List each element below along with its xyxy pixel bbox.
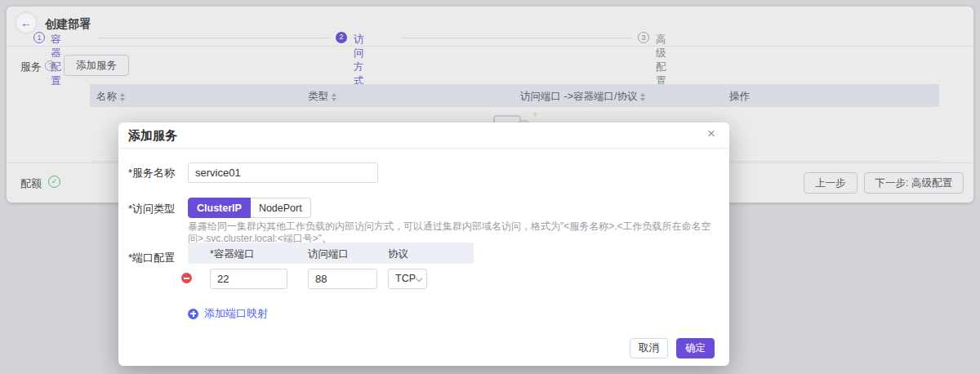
previous-step-button[interactable]: 上一步 — [804, 172, 858, 194]
plus-circle-icon — [188, 309, 198, 319]
protocol-header: 协议 — [388, 247, 408, 261]
plus-decoration-icon: + — [532, 109, 538, 120]
close-icon[interactable]: × — [703, 126, 719, 142]
access-port-header: 访问端口 — [308, 247, 349, 261]
port-config-label: *端口配置 — [128, 251, 175, 265]
column-header-type[interactable]: 类型 — [308, 90, 336, 104]
column-header-actions-label: 操作 — [729, 90, 750, 104]
column-header-ports[interactable]: 访问端口 ->容器端口/协议 — [520, 90, 645, 104]
service-name-input[interactable] — [188, 163, 378, 183]
add-port-mapping-link[interactable]: 添加端口映射 — [188, 306, 268, 321]
step-line-2 — [402, 38, 632, 38]
service-section-label: 服务 — [20, 60, 42, 74]
column-header-actions: 操作 — [729, 90, 750, 104]
cancel-button[interactable]: 取消 — [630, 338, 668, 358]
confirm-button[interactable]: 确定 — [676, 338, 715, 358]
step-2-circle: 2 — [336, 32, 347, 43]
column-header-name[interactable]: 名称 — [96, 90, 125, 104]
modal-title: 添加服务 — [128, 128, 177, 144]
service-name-label: *服务名称 — [128, 166, 175, 180]
back-button[interactable]: ← — [16, 13, 36, 33]
step-3-circle: 3 — [638, 32, 649, 43]
access-port-input[interactable] — [308, 269, 377, 289]
column-header-ports-label: 访问端口 ->容器端口/协议 — [520, 90, 637, 104]
add-service-modal: 添加服务 × *服务名称 *访问类型 ClusterIP NodePort 暴露… — [118, 122, 729, 366]
access-type-help-text: 暴露给同一集群内其他工作负载的内部访问方式，可以通过集群内部域名访问，格式为"<… — [188, 220, 715, 245]
page-header: ← 创建部署 1 容器配置 2 访问方式 3 高级配置 — [7, 7, 973, 47]
quota-ok-check-icon: ✓ — [48, 176, 60, 188]
add-service-button[interactable]: 添加服务 — [64, 55, 129, 76]
sort-icon[interactable] — [332, 93, 336, 101]
access-type-nodeport-button[interactable]: NodePort — [251, 198, 311, 218]
access-type-label: *访问类型 — [128, 202, 175, 216]
page-title: 创建部署 — [45, 17, 91, 32]
port-table-header: *容器端口 访问端口 协议 — [188, 243, 474, 264]
container-port-header: *容器端口 — [210, 247, 255, 261]
protocol-selected-value: TCP — [395, 273, 416, 284]
add-port-mapping-label: 添加端口映射 — [204, 306, 268, 321]
quota-label: 配额 — [20, 176, 42, 191]
chevron-down-icon — [416, 275, 422, 282]
step-line-1 — [99, 38, 330, 38]
container-port-input[interactable] — [210, 269, 287, 289]
column-header-name-label: 名称 — [96, 90, 117, 104]
step-3-label: 高级配置 — [656, 33, 666, 88]
modal-footer: 取消 确定 — [630, 338, 715, 358]
remove-port-row-icon[interactable] — [181, 273, 192, 283]
wizard-footer-actions: 上一步 下一步: 高级配置 — [804, 172, 964, 194]
step-2-label: 访问方式 — [354, 33, 364, 88]
access-type-toggle: ClusterIP NodePort — [188, 198, 311, 218]
sort-icon[interactable] — [120, 93, 125, 101]
protocol-select[interactable]: TCP — [388, 269, 427, 289]
help-icon[interactable]: ? — [45, 60, 56, 71]
access-type-clusterip-button[interactable]: ClusterIP — [188, 198, 251, 218]
modal-header: 添加服务 × — [118, 122, 729, 149]
service-table-header: 名称 类型 访问端口 ->容器端口/协议 操作 — [90, 84, 939, 107]
column-header-type-label: 类型 — [308, 90, 328, 104]
step-1-circle: 1 — [33, 32, 45, 43]
next-step-button[interactable]: 下一步: 高级配置 — [864, 172, 964, 194]
sort-icon[interactable] — [640, 93, 645, 101]
